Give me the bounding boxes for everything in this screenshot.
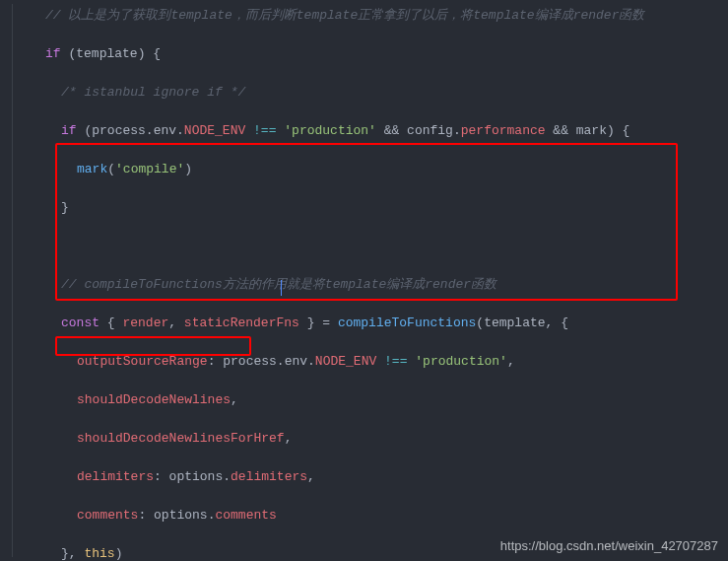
code: 'production' — [415, 354, 507, 369]
keyword-const: const — [61, 316, 99, 330]
gutter — [0, 0, 28, 561]
comment: /* istanbul ignore if */ — [61, 85, 245, 100]
code: staticRenderFns — [184, 316, 299, 330]
fn-call: compileToFunctions — [338, 316, 476, 330]
code: (template, { — [476, 316, 568, 330]
keyword-this: this — [84, 546, 114, 561]
code: : options. — [154, 469, 231, 484]
code: delimiters — [77, 469, 154, 484]
code: } = — [299, 316, 338, 330]
code: delimiters — [231, 469, 307, 484]
blank-line — [30, 237, 728, 255]
code-block: // 以上是为了获取到template，而后判断template正常拿到了以后，… — [0, 6, 728, 561]
code: !== — [376, 354, 415, 369]
code: ) — [115, 546, 123, 561]
brace: } — [61, 200, 69, 215]
code: NODE_ENV — [184, 123, 245, 138]
code: comments — [215, 508, 276, 523]
code: comments — [77, 508, 138, 523]
watermark: https://blog.csdn.net/weixin_42707287 — [500, 536, 718, 556]
code: shouldDecodeNewlinesForHref — [77, 431, 285, 446]
text-caret — [281, 280, 282, 296]
code: !== — [245, 123, 284, 138]
code: && mark) { — [546, 123, 630, 138]
code: , — [231, 392, 238, 407]
code: render — [122, 316, 168, 330]
code: , — [285, 431, 293, 446]
code: }, — [61, 546, 84, 561]
code: && config. — [376, 123, 461, 138]
code: 'production' — [284, 123, 376, 138]
code: NODE_ENV — [315, 354, 376, 369]
code: (process.env. — [84, 123, 183, 138]
code: (template) { — [68, 46, 161, 61]
fn-call: mark — [77, 162, 107, 176]
code: , — [168, 316, 184, 330]
code: 'compile' — [115, 162, 184, 176]
comment: // 以上是为了获取到template，而后判断template正常拿到了以后，… — [45, 8, 644, 23]
comment: // compileToFunctions方法的作用就是将template编译成… — [61, 277, 496, 292]
code: performance — [461, 123, 546, 138]
code: : process.env. — [208, 354, 315, 369]
code: , — [507, 354, 515, 369]
code: : options. — [138, 508, 215, 523]
code: , — [307, 469, 315, 484]
keyword-if: if — [61, 123, 77, 138]
keyword-if: if — [45, 46, 61, 61]
code: { — [99, 316, 122, 330]
code: shouldDecodeNewlines — [77, 392, 231, 407]
code: outputSourceRange — [77, 354, 208, 369]
